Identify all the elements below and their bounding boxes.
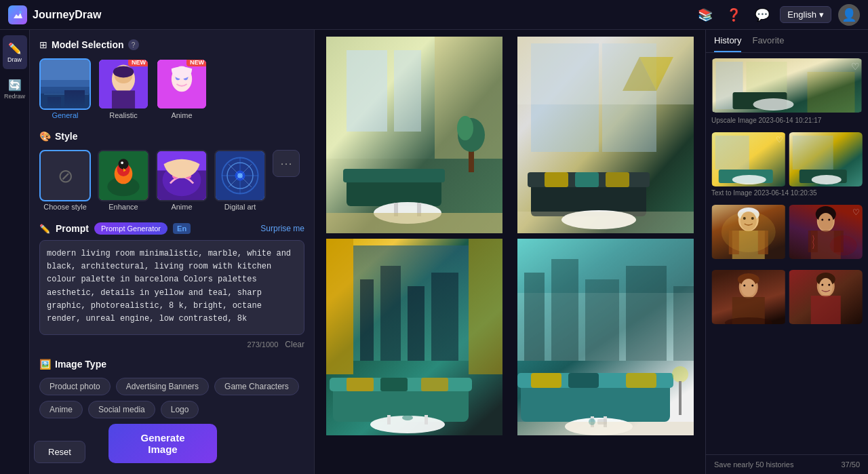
style-card-choose[interactable]: ⊘ Choose style bbox=[39, 150, 91, 212]
svg-rect-72 bbox=[347, 378, 374, 391]
model-card-general[interactable]: General bbox=[39, 58, 91, 120]
clear-button[interactable]: Clear bbox=[285, 340, 304, 349]
svg-point-139 bbox=[741, 279, 756, 296]
image-cell-1[interactable]: 🔍 ↗ ⊞ ✏️ ⬜ ⬇ bbox=[321, 37, 507, 233]
style-digital-label: Digital art bbox=[224, 203, 256, 211]
prompt-icon: ✏️ bbox=[39, 224, 50, 234]
edit-btn-4[interactable]: ✏️ bbox=[608, 411, 627, 430]
svg-rect-63 bbox=[469, 239, 502, 374]
select-btn-4[interactable]: ⬜ bbox=[631, 411, 650, 430]
svg-point-99 bbox=[672, 366, 688, 382]
generate-button[interactable]: Generate Image bbox=[108, 424, 217, 463]
style-card-enhance[interactable]: Enhance bbox=[98, 150, 149, 212]
edit-btn-3[interactable]: ✏️ bbox=[416, 411, 435, 430]
fav-icon-char2[interactable]: ♡ bbox=[852, 208, 860, 217]
svg-point-124 bbox=[722, 212, 776, 252]
tag-logo[interactable]: Logo bbox=[161, 401, 199, 418]
history-thumb-room-1[interactable]: ♡ bbox=[711, 132, 786, 186]
style-card-digital[interactable]: Digital art bbox=[214, 150, 266, 212]
history-thumb-char-4[interactable] bbox=[789, 270, 863, 324]
download-btn-4[interactable]: ⬇ bbox=[654, 411, 673, 430]
export-btn-1[interactable]: ↗ bbox=[370, 209, 389, 228]
history-item-upscale[interactable]: ♡ bbox=[711, 58, 863, 113]
svg-rect-92 bbox=[626, 373, 656, 388]
select-btn-2[interactable]: ⬜ bbox=[631, 209, 650, 228]
style-header: 🎨 Style bbox=[39, 131, 304, 142]
redraw-icon: 🔄 bbox=[8, 79, 22, 92]
svg-point-133 bbox=[828, 219, 830, 221]
help-icon[interactable]: ❓ bbox=[723, 4, 745, 26]
sidebar-item-draw[interactable]: ✏️ Draw bbox=[3, 35, 27, 69]
download-btn-2[interactable]: ⬇ bbox=[654, 209, 673, 228]
image-cell-4[interactable]: 🔍 ↗ ⊞ ✏️ ⬜ ⬇ bbox=[513, 239, 698, 435]
history-thumb-char-3[interactable] bbox=[711, 270, 786, 324]
right-panel-footer: Save nearly 50 histories 37/50 bbox=[706, 454, 868, 474]
model-help-icon[interactable]: ? bbox=[128, 39, 139, 50]
download-btn-3[interactable]: ⬇ bbox=[462, 411, 481, 430]
image-cell-3[interactable]: 🔍 ↗ ⊞ ✏️ ⬜ ⬇ bbox=[321, 239, 507, 435]
select-btn-3[interactable]: ⬜ bbox=[439, 411, 458, 430]
download-btn-1[interactable]: ⬇ bbox=[462, 209, 481, 228]
tag-anime[interactable]: Anime bbox=[39, 401, 83, 418]
export-btn-3[interactable]: ↗ bbox=[370, 411, 389, 430]
prompt-textarea[interactable]: modern living room minimalistic, marble,… bbox=[39, 240, 304, 335]
history-thumb-char-2[interactable]: ♡ bbox=[789, 205, 863, 259]
history-thumb-char-1[interactable] bbox=[711, 205, 786, 259]
zoom-btn-2[interactable]: 🔍 bbox=[538, 209, 557, 228]
svg-point-147 bbox=[818, 278, 832, 296]
upscale-btn-1[interactable]: ⊞ bbox=[393, 209, 412, 228]
tab-favorite[interactable]: Favorite bbox=[752, 35, 784, 52]
image-type-header: 🖼️ Image Type bbox=[39, 359, 304, 370]
svg-rect-55 bbox=[545, 172, 568, 187]
fav-icon-room1[interactable]: ♡ bbox=[776, 135, 783, 144]
reset-button[interactable]: Reset bbox=[34, 441, 85, 463]
export-btn-4[interactable]: ↗ bbox=[561, 411, 580, 430]
svg-rect-2 bbox=[41, 87, 90, 108]
language-selector[interactable]: English ▾ bbox=[780, 6, 831, 23]
model-realistic-label: Realistic bbox=[109, 111, 138, 119]
draw-icon: ✏️ bbox=[8, 42, 22, 55]
surprise-me-button[interactable]: Surprise me bbox=[260, 224, 304, 233]
svg-rect-90 bbox=[531, 373, 561, 388]
sidebar-item-redraw[interactable]: 🔄 Redraw bbox=[3, 72, 27, 106]
style-title: Style bbox=[55, 131, 77, 142]
style-choose-label: Choose style bbox=[43, 203, 87, 211]
svg-rect-36 bbox=[347, 50, 387, 132]
tab-history[interactable]: History bbox=[714, 35, 741, 52]
more-icon: ⋯ bbox=[280, 156, 292, 171]
upscale-btn-4[interactable]: ⊞ bbox=[585, 411, 604, 430]
svg-rect-74 bbox=[421, 378, 448, 391]
fav-icon-upscale[interactable]: ♡ bbox=[851, 61, 860, 72]
tag-game-characters[interactable]: Game Characters bbox=[214, 378, 299, 395]
svg-point-21 bbox=[121, 161, 123, 164]
tag-advertising-banners[interactable]: Advertising Banners bbox=[116, 378, 209, 395]
model-card-anime[interactable]: NEW Anime bbox=[156, 58, 208, 120]
docs-icon[interactable]: 📚 bbox=[694, 4, 716, 26]
realistic-new-badge: NEW bbox=[128, 58, 149, 66]
model-anime-label: Anime bbox=[171, 111, 192, 119]
tag-social-media[interactable]: Social media bbox=[88, 401, 155, 418]
history-thumb-room-2[interactable] bbox=[789, 132, 863, 186]
image-cell-2[interactable]: 🔍 ↗ ⊞ ✏️ ⬜ ⬇ bbox=[513, 37, 698, 233]
upscale-btn-3[interactable]: ⊞ bbox=[393, 411, 412, 430]
edit-btn-2[interactable]: ✏️ bbox=[608, 209, 627, 228]
user-avatar[interactable]: 👤 bbox=[838, 4, 860, 26]
zoom-btn-1[interactable]: 🔍 bbox=[347, 209, 366, 228]
more-styles-button[interactable]: ⋯ bbox=[273, 150, 300, 177]
edit-btn-1[interactable]: ✏️ bbox=[416, 209, 435, 228]
model-selection-header: ⊞ Model Selection ? bbox=[39, 39, 304, 50]
upscale-btn-2[interactable]: ⊞ bbox=[585, 209, 604, 228]
select-btn-1[interactable]: ⬜ bbox=[439, 209, 458, 228]
no-style-icon: ⊘ bbox=[58, 165, 73, 187]
zoom-btn-3[interactable]: 🔍 bbox=[347, 411, 366, 430]
tag-product-photo[interactable]: Product photo bbox=[39, 378, 111, 395]
svg-rect-83 bbox=[524, 273, 545, 361]
style-card-anime[interactable]: Anime bbox=[156, 150, 208, 212]
zoom-btn-4[interactable]: 🔍 bbox=[538, 411, 557, 430]
prompt-generator-button[interactable]: Prompt Generator bbox=[94, 222, 167, 235]
history-label-chars bbox=[711, 260, 863, 264]
model-card-realistic[interactable]: NEW Realistic bbox=[98, 58, 149, 120]
export-btn-2[interactable]: ↗ bbox=[561, 209, 580, 228]
chat-icon[interactable]: 💬 bbox=[751, 4, 773, 26]
svg-point-20 bbox=[118, 159, 128, 169]
